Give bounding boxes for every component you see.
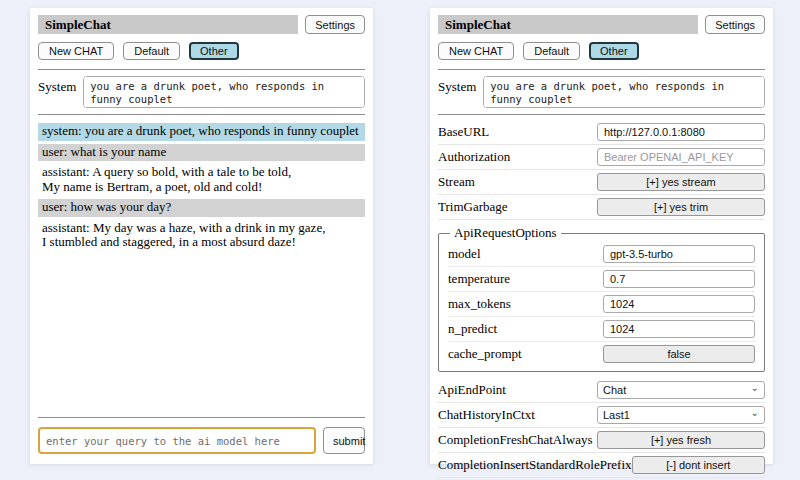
completion-insert-label: CompletionInsertStandardRolePrefix <box>438 457 632 473</box>
profile-toolbar: New CHAT Default Other <box>38 42 365 60</box>
system-prompt-textarea[interactable]: you are a drunk poet, who responds in fu… <box>483 76 765 108</box>
baseurl-label: BaseURL <box>438 124 597 140</box>
chat-message: assistant: My day was a haze, with a dri… <box>38 220 365 252</box>
query-row: submit <box>38 427 365 454</box>
setting-row-api-endpoint: ApiEndPoint Chat ⌄ <box>438 378 765 403</box>
setting-row-trimgarbage: TrimGarbage [+] yes trim <box>438 195 765 220</box>
setting-row-stream: Stream [+] yes stream <box>438 170 765 195</box>
profile-button-default[interactable]: Default <box>523 42 580 60</box>
chat-message: user: what is your name <box>38 144 365 162</box>
api-request-options-fieldset: ApiRequestOptions model temperature max_… <box>438 225 765 372</box>
titlebar: SimpleChat Settings <box>438 15 765 34</box>
max-tokens-label: max_tokens <box>448 296 603 312</box>
system-prompt-label: System <box>38 76 76 108</box>
app-title: SimpleChat <box>38 15 298 34</box>
cache-prompt-label: cache_prompt <box>448 346 603 362</box>
settings-list: BaseURL Authorization Stream [+] yes str… <box>438 120 765 478</box>
divider <box>438 114 765 115</box>
divider <box>38 69 365 70</box>
api-endpoint-selected-value: Chat <box>603 384 626 396</box>
chat-history-selected-value: Last1 <box>603 409 630 421</box>
system-prompt-row: System you are a drunk poet, who respond… <box>38 76 365 108</box>
stream-toggle-button[interactable]: [+] yes stream <box>597 173 765 191</box>
setting-row-n-predict: n_predict <box>448 317 755 342</box>
app-title: SimpleChat <box>438 15 698 34</box>
submit-button[interactable]: submit <box>323 427 365 454</box>
profile-button-other[interactable]: Other <box>589 42 639 60</box>
chat-messages: system: you are a drunk poet, who respon… <box>38 123 365 255</box>
trimgarbage-label: TrimGarbage <box>438 199 597 215</box>
setting-row-authorization: Authorization <box>438 145 765 170</box>
setting-row-baseurl: BaseURL <box>438 120 765 145</box>
query-input[interactable] <box>38 427 316 454</box>
model-label: model <box>448 246 603 262</box>
setting-row-max-tokens: max_tokens <box>448 292 755 317</box>
chat-history-select[interactable]: Last1 ⌄ <box>597 406 765 424</box>
setting-row-cache-prompt: cache_prompt false <box>448 342 755 366</box>
api-request-options-legend: ApiRequestOptions <box>450 225 561 241</box>
temperature-label: temperature <box>448 271 603 287</box>
divider <box>38 417 365 418</box>
model-input[interactable] <box>603 245 755 263</box>
cache-prompt-toggle-button[interactable]: false <box>603 345 755 363</box>
setting-row-completion-fresh: CompletionFreshChatAlways [+] yes fresh <box>438 428 765 453</box>
profile-toolbar: New CHAT Default Other <box>438 42 765 60</box>
completion-fresh-toggle-button[interactable]: [+] yes fresh <box>597 431 765 449</box>
n-predict-input[interactable] <box>603 320 755 338</box>
setting-row-temperature: temperature <box>448 267 755 292</box>
setting-row-model: model <box>448 242 755 267</box>
profile-button-other[interactable]: Other <box>189 42 239 60</box>
chat-message: assistant: A query so bold, with a tale … <box>38 164 365 196</box>
system-prompt-row: System you are a drunk poet, who respond… <box>438 76 765 108</box>
api-endpoint-select[interactable]: Chat ⌄ <box>597 381 765 399</box>
chat-message: user: how was your day? <box>38 199 365 217</box>
completion-insert-toggle-button[interactable]: [-] dont insert <box>632 456 765 474</box>
settings-panel: SimpleChat Settings New CHAT Default Oth… <box>430 8 773 464</box>
titlebar: SimpleChat Settings <box>38 15 365 34</box>
new-chat-button[interactable]: New CHAT <box>38 42 114 60</box>
system-prompt-textarea[interactable]: you are a drunk poet, who responds in fu… <box>83 76 365 108</box>
chat-message: system: you are a drunk poet, who respon… <box>38 123 365 141</box>
chevron-down-icon: ⌄ <box>751 383 759 393</box>
chat-panel: SimpleChat Settings New CHAT Default Oth… <box>30 8 373 464</box>
stream-label: Stream <box>438 174 597 190</box>
baseurl-input[interactable] <box>597 123 765 141</box>
temperature-input[interactable] <box>603 270 755 288</box>
divider <box>38 114 365 115</box>
n-predict-label: n_predict <box>448 321 603 337</box>
api-endpoint-label: ApiEndPoint <box>438 382 597 398</box>
trimgarbage-toggle-button[interactable]: [+] yes trim <box>597 198 765 216</box>
chat-history-label: ChatHistoryInCtxt <box>438 407 597 423</box>
setting-row-chat-history: ChatHistoryInCtxt Last1 ⌄ <box>438 403 765 428</box>
max-tokens-input[interactable] <box>603 295 755 313</box>
settings-button[interactable]: Settings <box>305 15 365 34</box>
settings-button[interactable]: Settings <box>705 15 765 34</box>
chevron-down-icon: ⌄ <box>751 408 759 418</box>
authorization-label: Authorization <box>438 149 597 165</box>
profile-button-default[interactable]: Default <box>123 42 180 60</box>
authorization-input[interactable] <box>597 148 765 166</box>
completion-fresh-label: CompletionFreshChatAlways <box>438 432 597 448</box>
system-prompt-label: System <box>438 76 476 108</box>
new-chat-button[interactable]: New CHAT <box>438 42 514 60</box>
empty-space <box>38 255 365 411</box>
divider <box>438 69 765 70</box>
setting-row-completion-insert: CompletionInsertStandardRolePrefix [-] d… <box>438 453 765 478</box>
